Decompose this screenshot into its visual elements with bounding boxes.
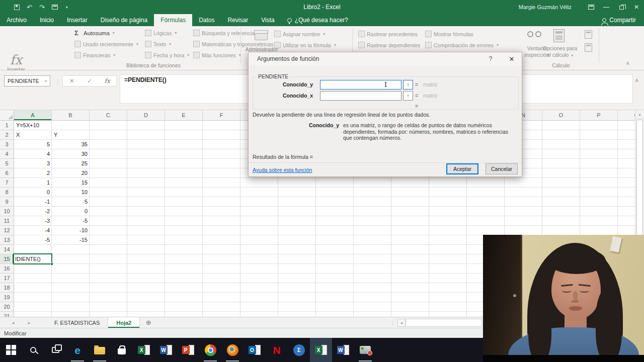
cell-A8[interactable]: 0	[14, 188, 52, 197]
taskbar-outlook-icon[interactable]: O	[244, 338, 266, 362]
cell-B12[interactable]: -10	[52, 226, 90, 235]
cell-A6[interactable]: 2	[14, 168, 52, 178]
logical-button[interactable]: Lógicas ▾	[145, 30, 177, 36]
cell-B13[interactable]: -15	[52, 235, 90, 245]
trace-dependents-button[interactable]: Rastrear dependientes	[358, 42, 420, 48]
cell-A12[interactable]: -4	[14, 226, 52, 235]
insert-function-fx-icon[interactable]: fx	[99, 76, 116, 86]
cancel-entry-icon[interactable]: ✕	[63, 76, 80, 86]
tab-formulas[interactable]: Fórmulas	[154, 14, 192, 26]
hscroll-drag-dots[interactable]: ⋮	[390, 317, 395, 328]
show-formulas-button[interactable]: Mostrar fórmulas	[425, 31, 473, 37]
row-header-5[interactable]: 5	[0, 159, 14, 168]
cell-B6[interactable]: 20	[52, 168, 90, 178]
taskbar-edge-icon[interactable]: e	[66, 338, 89, 362]
cell-B8[interactable]: 10	[52, 188, 90, 197]
row-header-11[interactable]: 11	[0, 216, 14, 226]
define-name-button[interactable]: Asignar nombre ▾	[274, 31, 325, 37]
accept-button[interactable]: Aceptar	[446, 163, 478, 174]
cell-A1[interactable]: Y=5X+10	[14, 121, 52, 130]
dialog-title-bar[interactable]: Argumentos de función	[249, 52, 522, 65]
taskbar-firefox-icon[interactable]	[221, 338, 244, 362]
hscroll-left-icon[interactable]: ◂	[397, 319, 406, 327]
taskbar-word-2-icon[interactable]: W	[332, 338, 354, 362]
column-header-O[interactable]: O	[542, 110, 580, 121]
cell-B4[interactable]: 30	[52, 149, 90, 159]
taskbar-search-icon[interactable]	[22, 338, 44, 362]
name-manager-icon[interactable]	[255, 32, 268, 40]
recently-used-button[interactable]: Usado recientemente ▾	[74, 41, 138, 47]
dialog-close-icon[interactable]: ✕	[502, 52, 522, 65]
horizontal-scroll-track[interactable]	[406, 319, 482, 327]
select-all-corner[interactable]	[0, 110, 14, 121]
taskbar-excel-icon[interactable]: X	[133, 338, 155, 362]
row-header-12[interactable]: 12	[0, 226, 14, 235]
collapse-ribbon-icon[interactable]: ∧	[626, 60, 629, 66]
touch-mode-icon[interactable]	[52, 5, 58, 10]
fill-handle[interactable]	[50, 262, 53, 265]
row-header-21[interactable]: 21	[0, 312, 14, 317]
cell-A2[interactable]: X	[14, 130, 52, 140]
sheet-nav-right-icon[interactable]: ▸	[22, 317, 36, 328]
cell-A10[interactable]: -2	[14, 207, 52, 216]
row-header-9[interactable]: 9	[0, 197, 14, 207]
lookup-button[interactable]: Búsqueda y referencia ▾	[193, 30, 260, 36]
help-link[interactable]: Ayuda sobre esta función	[253, 167, 312, 173]
taskbar-word-icon[interactable]: W	[155, 338, 177, 362]
taskbar-chrome-icon[interactable]	[199, 338, 221, 362]
column-header-P[interactable]: P	[580, 110, 618, 121]
use-in-formula-button[interactable]: Utilizar en la fórmula ▾	[274, 42, 336, 48]
more-functions-button[interactable]: Más funciones ▾	[193, 52, 241, 58]
calculation-options-icon[interactable]	[553, 29, 565, 42]
save-icon[interactable]	[14, 5, 20, 10]
column-header-B[interactable]: B	[52, 110, 90, 121]
cancel-button[interactable]: Cancelar	[486, 163, 518, 174]
column-header-C[interactable]: C	[90, 110, 127, 121]
share-button[interactable]: Compartir	[602, 14, 644, 26]
datetime-button[interactable]: Fecha y hora ▾	[145, 52, 189, 58]
taskbar-start-icon[interactable]	[0, 338, 22, 362]
taskbar-translator-icon[interactable]: Σ	[288, 338, 310, 362]
cell-B7[interactable]: 15	[52, 178, 90, 188]
text-button[interactable]: Texto ▾	[145, 41, 171, 47]
column-header-D[interactable]: D	[127, 110, 165, 121]
calculate-sheet-icon[interactable]	[585, 43, 592, 52]
row-header-17[interactable]: 17	[0, 274, 14, 283]
column-header-A[interactable]: A	[14, 110, 52, 121]
tab-revisar[interactable]: Revisar	[221, 14, 255, 26]
cell-B2[interactable]: Y	[52, 130, 90, 140]
cell-A5[interactable]: 3	[14, 159, 52, 168]
taskbar-powerpoint-icon[interactable]: P	[177, 338, 199, 362]
cell-A3[interactable]: 5	[14, 140, 52, 149]
name-box-caret-icon[interactable]: ▾	[45, 79, 47, 83]
dialog-help-icon[interactable]: ?	[483, 52, 498, 65]
row-header-6[interactable]: 6	[0, 168, 14, 178]
cell-A11[interactable]: -3	[14, 216, 52, 226]
cell-A7[interactable]: 1	[14, 178, 52, 188]
sheet-tab-hoja2[interactable]: Hoja2	[108, 317, 140, 328]
tab-datos[interactable]: Datos	[192, 14, 221, 26]
taskbar-excel-active-icon[interactable]: X	[310, 338, 332, 362]
cell-A4[interactable]: 4	[14, 149, 52, 159]
cell-B3[interactable]: 35	[52, 140, 90, 149]
cell-A13[interactable]: -5	[14, 235, 52, 245]
row-header-8[interactable]: 8	[0, 188, 14, 197]
row-header-4[interactable]: 4	[0, 149, 14, 159]
row-header-20[interactable]: 20	[0, 302, 14, 312]
autosum-button[interactable]: Σ Autosuma ▾	[74, 30, 115, 36]
calculate-now-icon[interactable]	[585, 30, 592, 39]
taskbar-file-explorer-icon[interactable]	[89, 338, 111, 362]
row-header-13[interactable]: 13	[0, 235, 14, 245]
arg-input-conocido-x[interactable]	[320, 91, 401, 101]
name-box[interactable]: PENDIENTE ▾	[4, 75, 50, 86]
sheet-nav-left-icon[interactable]: ◂	[6, 317, 20, 328]
taskbar-store-icon[interactable]	[111, 338, 133, 362]
undo-icon[interactable]: ↶	[27, 4, 32, 11]
restore-icon[interactable]	[614, 0, 629, 14]
confirm-entry-icon[interactable]: ✓	[80, 76, 98, 86]
calculation-options-button[interactable]: Opciones para el cálculo ▾	[539, 45, 581, 59]
cell-B9[interactable]: 5	[52, 197, 90, 207]
financial-button[interactable]: Financieras ▾	[74, 52, 115, 58]
formula-bar-expand-icon[interactable]: ∧	[635, 77, 638, 83]
cell-B10[interactable]: 0	[52, 207, 90, 216]
